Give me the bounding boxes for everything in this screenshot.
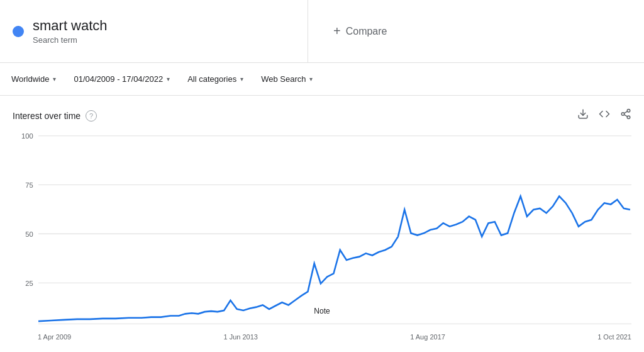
date-chevron: ▾ xyxy=(167,76,170,82)
svg-text:75: 75 xyxy=(25,181,33,189)
plus-icon: + xyxy=(333,24,341,38)
compare-section: + Compare xyxy=(308,0,644,62)
help-icon[interactable]: ? xyxy=(86,110,97,122)
region-label: Worldwide xyxy=(11,74,49,84)
search-term-section: smart watch Search term xyxy=(0,0,308,62)
region-filter[interactable]: Worldwide ▾ xyxy=(3,69,65,89)
x-axis-labels: 1 Apr 2009 1 Jun 2013 1 Aug 2017 1 Oct 2… xyxy=(13,331,631,341)
search-type-chevron: ▾ xyxy=(309,76,313,82)
term-dot xyxy=(13,26,24,37)
trend-chart: 100 75 50 25 xyxy=(13,129,631,331)
date-label: 01/04/2009 - 17/04/2022 xyxy=(74,74,163,84)
chart-title-area: Interest over time ? xyxy=(13,110,97,122)
search-term: smart watch xyxy=(33,18,108,34)
chart-title: Interest over time xyxy=(13,111,80,121)
search-type-filter[interactable]: Web Search ▾ xyxy=(252,69,321,89)
download-button[interactable] xyxy=(577,108,589,123)
compare-button[interactable]: + Compare xyxy=(333,24,387,38)
chart-actions xyxy=(577,108,631,123)
chart-container: 100 75 50 25 Note xyxy=(13,129,631,331)
compare-label: Compare xyxy=(346,26,387,37)
category-filter[interactable]: All categories ▾ xyxy=(179,69,252,89)
category-label: All categories xyxy=(187,74,236,84)
search-type-label: Web Search xyxy=(261,74,306,84)
embed-button[interactable] xyxy=(599,108,610,123)
svg-text:25: 25 xyxy=(25,279,33,287)
chart-header: Interest over time ? xyxy=(13,108,631,123)
share-button[interactable] xyxy=(620,108,631,123)
x-label-2: 1 Aug 2017 xyxy=(410,333,445,341)
download-icon xyxy=(577,110,589,122)
header-bar: smart watch Search term + Compare xyxy=(0,0,644,63)
search-term-type: Search term xyxy=(33,35,108,45)
svg-line-5 xyxy=(624,111,627,113)
category-chevron: ▾ xyxy=(240,76,243,82)
chart-section: Interest over time ? 100 xyxy=(0,96,644,347)
svg-text:50: 50 xyxy=(25,230,33,237)
search-term-text: smart watch Search term xyxy=(33,18,108,45)
svg-line-4 xyxy=(624,115,627,116)
filters-bar: Worldwide ▾ 01/04/2009 - 17/04/2022 ▾ Al… xyxy=(0,63,644,96)
svg-text:100: 100 xyxy=(21,132,33,140)
code-icon xyxy=(599,111,610,122)
share-icon xyxy=(620,110,631,122)
region-chevron: ▾ xyxy=(53,76,56,82)
x-label-1: 1 Jun 2013 xyxy=(224,333,258,341)
date-filter[interactable]: 01/04/2009 - 17/04/2022 ▾ xyxy=(65,69,179,89)
x-label-3: 1 Oct 2021 xyxy=(597,333,631,341)
x-label-0: 1 Apr 2009 xyxy=(38,333,71,341)
